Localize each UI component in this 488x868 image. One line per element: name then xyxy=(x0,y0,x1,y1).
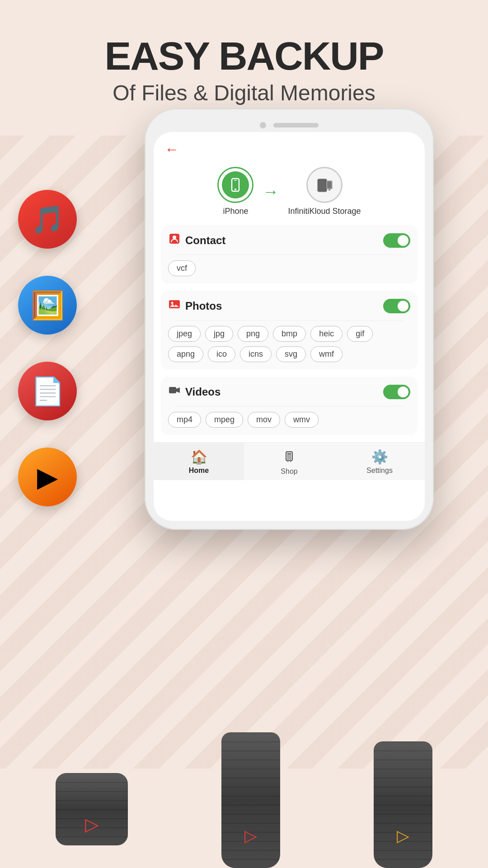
usb-drive-2-texture xyxy=(374,741,432,868)
tag-svg: svg xyxy=(276,346,306,362)
photos-section: Photos jpeg jpg png bmp heic gif apng ic… xyxy=(161,291,418,369)
header-section: EASY BACKUP Of Files & Digital Memories xyxy=(0,0,488,105)
box-logo: ▷ xyxy=(85,814,99,835)
usb-drive-1-wrapper: ▷ xyxy=(221,732,280,868)
play-icon: ▶ xyxy=(37,461,58,493)
nav-settings[interactable]: ⚙️ Settings xyxy=(334,443,425,480)
svg-point-9 xyxy=(173,236,176,239)
tag-wmf: wmf xyxy=(310,346,343,362)
usb-drive-2-wrapper: ▷ xyxy=(374,741,432,868)
phone-camera xyxy=(260,122,266,128)
contact-icon xyxy=(168,232,181,248)
hardware-devices: ▷ ▷ ▷ xyxy=(0,705,488,868)
phone-notch xyxy=(154,118,425,132)
tag-icns: icns xyxy=(240,346,272,362)
svg-rect-17 xyxy=(287,460,288,462)
shop-icon xyxy=(282,449,296,466)
tag-apng: apng xyxy=(168,346,203,362)
videos-title-row: Videos xyxy=(168,384,221,400)
photos-section-header: Photos xyxy=(168,298,410,314)
tag-jpg: jpg xyxy=(205,326,233,342)
tag-ico: ico xyxy=(208,346,235,362)
usb-box: ▷ xyxy=(56,773,128,845)
videos-section: Videos mp4 mpeg mov wmv xyxy=(161,377,418,435)
tag-wmv: wmv xyxy=(285,412,319,428)
video-icon-circle: ▶ xyxy=(18,448,77,506)
videos-icon xyxy=(168,384,181,400)
back-button[interactable]: ← xyxy=(164,141,179,158)
videos-section-header: Videos xyxy=(168,384,410,400)
usb-2-logo: ▷ xyxy=(397,826,409,845)
main-subtitle: Of Files & Digital Memories xyxy=(0,80,488,105)
nav-settings-label: Settings xyxy=(366,467,393,475)
tag-mov: mov xyxy=(248,412,280,428)
nav-shop-label: Shop xyxy=(281,467,297,476)
nav-shop[interactable]: Shop xyxy=(244,443,334,480)
svg-point-11 xyxy=(171,302,174,304)
storage-icon xyxy=(306,167,343,203)
photos-tags: jpeg jpg png bmp heic gif apng ico icns … xyxy=(168,326,410,362)
nav-home[interactable]: 🏠 Home xyxy=(154,443,244,480)
app-bar: ← xyxy=(154,132,425,162)
bottom-nav: 🏠 Home Shop xyxy=(154,442,425,480)
svg-rect-12 xyxy=(169,387,176,393)
side-icons-container: 🎵 🖼️ 📄 ▶ xyxy=(18,190,77,506)
videos-divider xyxy=(175,406,403,406)
usb-drive-2: ▷ xyxy=(374,741,432,868)
photos-icon: 🖼️ xyxy=(31,289,65,321)
phone-wrapper: ← iPhone → xyxy=(145,108,434,530)
photos-divider xyxy=(175,320,403,321)
tag-gif: gif xyxy=(347,326,373,342)
box-device: ▷ xyxy=(56,773,128,859)
tag-png: png xyxy=(238,326,268,342)
tag-bmp: bmp xyxy=(273,326,306,342)
contact-title-row: Contact xyxy=(168,232,225,248)
photos-title-row: Photos xyxy=(168,298,222,314)
iphone-label: iPhone xyxy=(223,207,248,216)
svg-rect-16 xyxy=(288,453,291,454)
photos-title: Photos xyxy=(185,300,222,312)
svg-rect-7 xyxy=(328,188,330,191)
tag-mp4: mp4 xyxy=(168,412,201,428)
svg-rect-2 xyxy=(234,180,237,181)
destination-device: InfinitiKloud Storage xyxy=(288,167,361,216)
contact-section-header: Contact xyxy=(168,232,410,248)
usb-box-texture xyxy=(56,773,128,845)
device-transfer-row: iPhone → InfinitiKloud Storage xyxy=(154,162,425,225)
videos-tags: mp4 mpeg mov wmv xyxy=(168,412,410,428)
svg-rect-6 xyxy=(328,182,331,188)
svg-rect-4 xyxy=(319,180,326,191)
contact-section: Contact vcf xyxy=(161,225,418,283)
svg-rect-10 xyxy=(169,300,180,308)
music-icon-circle: 🎵 xyxy=(18,190,77,249)
tag-heic: heic xyxy=(310,326,343,342)
phone-device: ← iPhone → xyxy=(145,108,434,530)
svg-rect-18 xyxy=(290,460,291,462)
contact-title: Contact xyxy=(185,234,225,247)
docs-icon-circle: 📄 xyxy=(18,362,77,420)
usb-drive-1: ▷ xyxy=(221,732,280,868)
tag-mpeg: mpeg xyxy=(206,412,243,428)
iphone-icon-circle xyxy=(217,167,253,203)
settings-icon: ⚙️ xyxy=(371,449,388,465)
tag-vcf: vcf xyxy=(168,260,196,276)
contact-tags: vcf xyxy=(168,260,410,276)
usb-drive-1-texture xyxy=(221,732,280,868)
videos-title: Videos xyxy=(185,386,221,398)
docs-icon: 📄 xyxy=(31,375,65,407)
music-icon: 🎵 xyxy=(31,203,65,236)
phone-screen: ← iPhone → xyxy=(154,132,425,521)
source-device: iPhone xyxy=(217,167,253,216)
storage-label: InfinitiKloud Storage xyxy=(288,207,361,216)
contact-divider xyxy=(175,255,403,255)
transfer-arrow: → xyxy=(263,182,279,201)
photos-icon-circle: 🖼️ xyxy=(18,276,77,335)
contact-toggle[interactable] xyxy=(383,233,410,248)
main-title: EASY BACKUP xyxy=(0,36,488,76)
videos-toggle[interactable] xyxy=(383,385,410,399)
phone-speaker xyxy=(273,123,319,127)
home-icon: 🏠 xyxy=(191,449,207,465)
nav-home-label: Home xyxy=(189,467,209,475)
usb-1-logo: ▷ xyxy=(244,826,257,845)
photos-toggle[interactable] xyxy=(383,299,410,313)
